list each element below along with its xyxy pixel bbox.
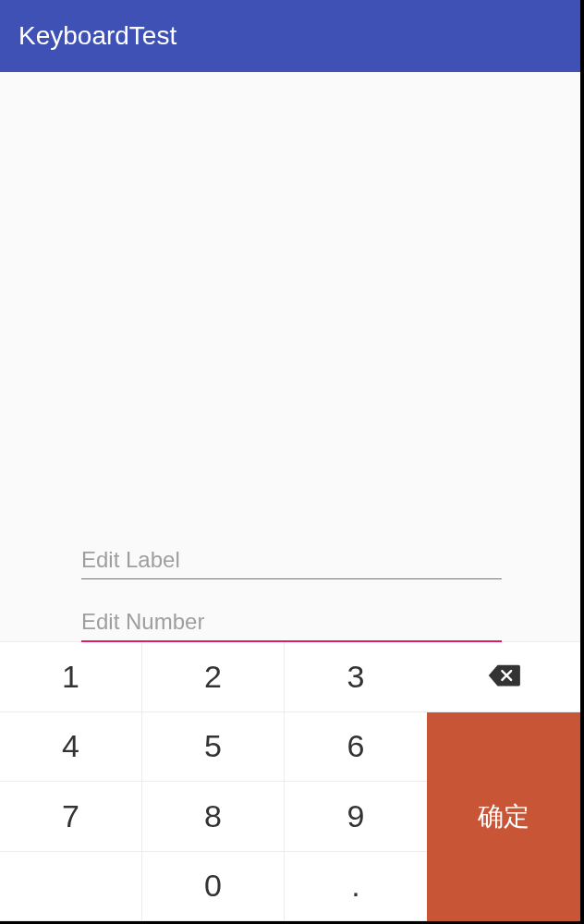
confirm-key[interactable]: 确定 bbox=[427, 712, 580, 921]
key-8[interactable]: 8 bbox=[142, 782, 285, 852]
confirm-label: 确定 bbox=[478, 799, 529, 834]
key-1[interactable]: 1 bbox=[0, 642, 142, 712]
edit-number-input[interactable] bbox=[81, 603, 502, 640]
key-4[interactable]: 4 bbox=[0, 712, 142, 783]
key-dot[interactable]: . bbox=[285, 852, 427, 922]
key-9[interactable]: 9 bbox=[285, 782, 427, 852]
top-app-bar: KeyboardTest bbox=[0, 0, 580, 72]
key-5[interactable]: 5 bbox=[142, 712, 285, 783]
edit-label-field[interactable] bbox=[81, 541, 502, 579]
edit-label-input[interactable] bbox=[81, 541, 502, 578]
key-blank bbox=[0, 852, 142, 922]
underline bbox=[81, 578, 502, 579]
key-3[interactable]: 3 bbox=[285, 642, 427, 712]
key-7[interactable]: 7 bbox=[0, 782, 142, 852]
key-6[interactable]: 6 bbox=[285, 712, 427, 783]
content-area bbox=[0, 72, 580, 642]
edit-number-field[interactable] bbox=[81, 603, 502, 642]
backspace-key[interactable] bbox=[427, 642, 580, 712]
app-title: KeyboardTest bbox=[18, 21, 176, 51]
backspace-icon bbox=[487, 663, 520, 691]
key-0[interactable]: 0 bbox=[142, 852, 285, 922]
digit-grid: 1 2 3 4 5 6 7 8 9 0 . bbox=[0, 642, 427, 921]
numeric-keypad: 1 2 3 4 5 6 7 8 9 0 . 确定 bbox=[0, 642, 580, 921]
keypad-side-column: 确定 bbox=[427, 642, 580, 921]
key-2[interactable]: 2 bbox=[142, 642, 285, 712]
